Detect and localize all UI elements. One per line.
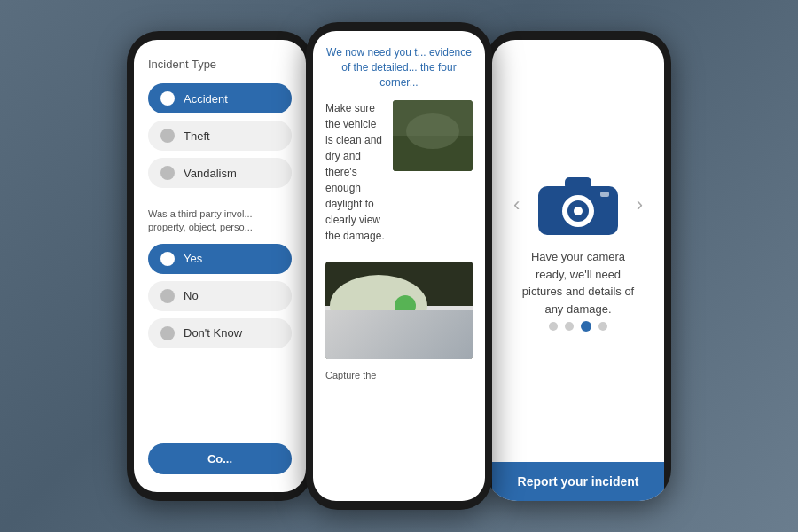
screen2-header-text: We now need you t... evidence of the det… (326, 46, 472, 89)
phone-3-screen: ‹ › Have your camera ready, we'll need p… (492, 40, 664, 501)
screen2-instruction-row: Make sure the vehicle is clean and dry a… (325, 100, 473, 254)
screen2-header: We now need you t... evidence of the det… (325, 45, 473, 90)
option-yes[interactable]: Yes (148, 244, 292, 274)
screen1-content: Incident Type Accident Theft Vandalism W… (134, 40, 306, 492)
phone-1: Incident Type Accident Theft Vandalism W… (127, 31, 313, 501)
option-accident-label: Accident (184, 92, 228, 106)
option-vandalism-label: Vandalism (184, 167, 237, 180)
dot-3[interactable] (581, 321, 591, 332)
dot-1[interactable] (549, 322, 558, 331)
svg-rect-13 (565, 177, 591, 190)
dot-2[interactable] (565, 322, 574, 331)
capture-label: Capture the (325, 370, 473, 380)
svg-point-10 (435, 334, 446, 345)
report-button[interactable]: Report your incident (492, 462, 664, 501)
phone-2: We now need you t... evidence of the det… (306, 22, 492, 510)
right-arrow[interactable]: › (630, 190, 650, 220)
continue-button[interactable]: Co... (148, 443, 292, 474)
phone-1-screen: Incident Type Accident Theft Vandalism W… (134, 40, 306, 492)
radio-dot-no (160, 289, 175, 303)
radio-dot-theft (160, 129, 175, 143)
screen2-content: We now need you t... evidence of the det… (313, 31, 485, 501)
radio-dot-dont-know (160, 326, 175, 340)
svg-rect-17 (600, 192, 609, 197)
option-theft[interactable]: Theft (148, 121, 292, 151)
svg-point-7 (359, 329, 380, 350)
svg-point-11 (395, 295, 416, 317)
incident-type-title: Incident Type (148, 58, 292, 71)
svg-point-8 (430, 329, 451, 350)
option-no-label: No (184, 289, 199, 302)
option-dont-know[interactable]: Don't Know (148, 318, 292, 348)
scene: Incident Type Accident Theft Vandalism W… (0, 0, 798, 532)
screen2-instruction-text: Make sure the vehicle is clean and dry a… (325, 100, 386, 244)
radio-dot-yes (160, 252, 175, 266)
radio-dot-accident (160, 91, 175, 106)
third-party-question: Was a third party invol... property, obj… (148, 207, 292, 235)
phone-3: ‹ › Have your camera ready, we'll need p… (485, 31, 671, 501)
svg-rect-4 (325, 306, 473, 359)
svg-rect-3 (325, 262, 473, 359)
camera-description: Have your camera ready, we'll need pictu… (506, 248, 650, 317)
car-image-1 (393, 100, 473, 171)
pagination-dots (549, 321, 607, 332)
option-no[interactable]: No (148, 281, 292, 311)
option-accident[interactable]: Accident (148, 83, 292, 113)
left-arrow[interactable]: ‹ (506, 190, 527, 220)
option-yes-label: Yes (184, 252, 202, 265)
svg-point-9 (364, 334, 375, 345)
option-dont-know-label: Don't Know (184, 326, 242, 340)
camera-icon (534, 170, 622, 239)
svg-rect-6 (352, 310, 423, 337)
phone-2-screen: We now need you t... evidence of the det… (313, 31, 485, 501)
radio-dot-vandalism (160, 166, 175, 180)
option-vandalism[interactable]: Vandalism (148, 158, 292, 188)
option-theft-label: Theft (184, 129, 210, 143)
screen3-inner: ‹ › Have your camera ready, we'll need p… (492, 40, 664, 462)
car-image-2 (325, 262, 473, 359)
dot-4[interactable] (598, 322, 607, 331)
svg-point-2 (406, 113, 459, 149)
svg-point-16 (574, 207, 583, 215)
